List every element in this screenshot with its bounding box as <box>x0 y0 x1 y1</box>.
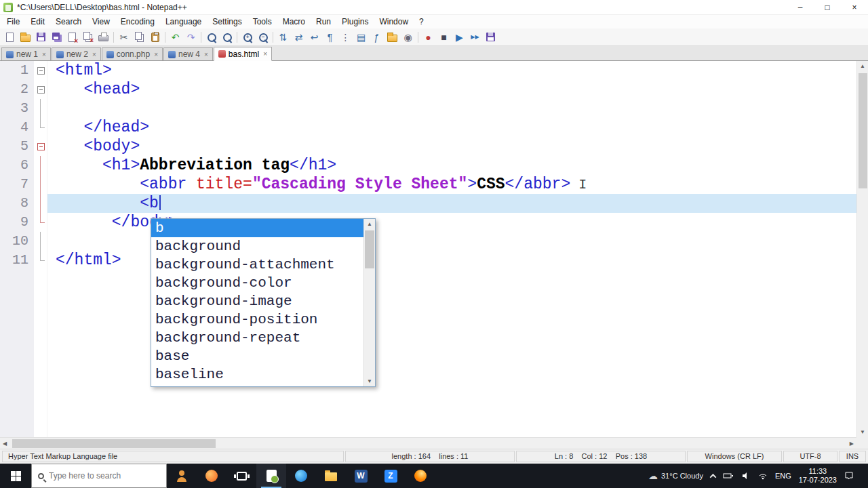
document-map-button[interactable]: ▤ <box>353 29 369 45</box>
tab-close-icon[interactable]: × <box>154 51 158 58</box>
menu-language[interactable]: Language <box>160 16 207 28</box>
autocomplete-item[interactable]: background-repeat <box>151 329 363 347</box>
line-number[interactable]: 10 <box>0 232 28 251</box>
browser-orange-button[interactable] <box>197 464 226 488</box>
tab-conn-php[interactable]: conn.php× <box>102 47 163 60</box>
notepadpp-taskbar-button[interactable] <box>256 464 286 488</box>
clock[interactable]: 11:33 17-07-2023 <box>799 467 837 485</box>
autocomplete-item[interactable]: background-attachment <box>151 256 363 274</box>
new-file-button[interactable] <box>2 29 18 45</box>
encoding-label[interactable]: UTF-8 <box>783 451 837 462</box>
vertical-scrollbar-thumb[interactable] <box>859 73 867 188</box>
tab-new-2[interactable]: new 2× <box>52 47 101 60</box>
sync-horizontal-button[interactable]: ⇄ <box>291 29 307 45</box>
function-list-button[interactable]: ƒ <box>369 29 384 45</box>
code-line-2[interactable]: <head> <box>47 80 868 99</box>
eol-format-label[interactable]: Windows (CR LF) <box>687 451 782 462</box>
autocomplete-popup[interactable]: bbackgroundbackground-attachmentbackgrou… <box>151 218 376 387</box>
word-button[interactable]: W <box>346 464 376 488</box>
indent-guide-button[interactable]: ⋮ <box>338 29 353 45</box>
zoom-out-button[interactable] <box>255 29 271 45</box>
line-number[interactable]: 5 <box>0 137 28 156</box>
tab-close-icon[interactable]: × <box>92 51 96 58</box>
replace-button[interactable] <box>219 29 235 45</box>
line-number[interactable]: 7 <box>0 175 28 194</box>
fold-collapse-icon[interactable] <box>37 143 45 150</box>
autocomplete-item[interactable]: b <box>151 219 363 237</box>
save-macro-button[interactable] <box>483 29 498 45</box>
autocomplete-item[interactable]: background-position <box>151 310 363 329</box>
line-number[interactable]: 1 <box>0 61 28 80</box>
code-line-6[interactable]: <h1>Abbreviation tag</h1> <box>47 156 868 175</box>
code-line-7[interactable]: <abbr title="Cascading Style Sheet">CSS<… <box>47 175 868 194</box>
firefox-button[interactable] <box>406 464 435 488</box>
autocomplete-item[interactable]: base <box>151 347 363 365</box>
edge-button[interactable] <box>286 464 316 488</box>
fold-collapse-icon[interactable] <box>37 86 45 94</box>
paste-button[interactable] <box>147 29 163 45</box>
find-button[interactable] <box>203 29 219 45</box>
menu-settings[interactable]: Settings <box>207 16 247 28</box>
stop-macro-button[interactable]: ■ <box>436 29 452 45</box>
sync-vertical-button[interactable]: ⇅ <box>275 29 291 45</box>
record-macro-button[interactable]: ● <box>420 29 436 45</box>
menu-plugins[interactable]: Plugins <box>336 16 374 28</box>
taskbar-search[interactable] <box>31 464 167 488</box>
code-line-8[interactable]: <b <box>47 194 868 213</box>
titlebar[interactable]: *C:\Users\DELL\Desktop\bas.html - Notepa… <box>0 0 868 15</box>
code-line-5[interactable]: <body> <box>47 137 868 156</box>
menu-help[interactable]: ? <box>414 16 429 28</box>
menu-search[interactable]: Search <box>50 16 87 28</box>
menu-window[interactable]: Window <box>374 16 414 28</box>
autocomplete-item[interactable]: baseline <box>151 365 363 384</box>
cut-button[interactable]: ✂ <box>116 29 132 45</box>
folder-as-workspace-button[interactable] <box>384 29 400 45</box>
people-button[interactable] <box>167 464 197 488</box>
undo-button[interactable]: ↶ <box>167 29 183 45</box>
horizontal-scrollbar[interactable] <box>0 437 856 449</box>
line-number[interactable]: 11 <box>0 251 28 270</box>
autocomplete-item[interactable]: background-image <box>151 292 363 310</box>
line-number[interactable]: 6 <box>0 156 28 175</box>
line-number[interactable]: 4 <box>0 118 28 137</box>
autocomplete-item[interactable]: background <box>151 237 363 256</box>
language-indicator[interactable]: ENG <box>775 472 791 480</box>
save-button[interactable] <box>33 29 49 45</box>
autocomplete-scrollbar-thumb[interactable] <box>365 230 374 268</box>
volume-icon[interactable] <box>741 472 751 480</box>
word-wrap-button[interactable]: ↩ <box>307 29 322 45</box>
run-macro-multiple-button[interactable]: ▶▶ <box>467 29 483 45</box>
network-icon[interactable] <box>758 472 768 480</box>
tab-close-icon[interactable]: × <box>42 51 46 58</box>
tab-close-icon[interactable]: × <box>204 51 208 58</box>
vertical-scrollbar[interactable] <box>856 61 868 437</box>
autocomplete-item[interactable]: background-color <box>151 274 363 292</box>
playback-macro-button[interactable]: ▶ <box>452 29 467 45</box>
code-line-1[interactable]: <html> <box>47 61 868 80</box>
line-number[interactable]: 9 <box>0 213 28 232</box>
close-file-button[interactable] <box>64 29 80 45</box>
print-button[interactable] <box>96 29 111 45</box>
menu-encoding[interactable]: Encoding <box>115 16 160 28</box>
zoom-in-button[interactable] <box>239 29 255 45</box>
battery-icon[interactable] <box>723 472 734 480</box>
close-all-button[interactable] <box>80 29 96 45</box>
line-number[interactable]: 8 <box>0 194 28 213</box>
menu-macro[interactable]: Macro <box>277 16 311 28</box>
zoom-button[interactable]: Z <box>376 464 406 488</box>
line-number[interactable]: 3 <box>0 99 28 118</box>
editor[interactable]: 1234567891011 <html> <head> </head> <bod… <box>0 61 868 449</box>
minimize-button[interactable]: – <box>787 0 814 14</box>
weather-widget[interactable]: ☁ 31°C Cloudy <box>648 470 703 481</box>
menu-run[interactable]: Run <box>311 16 336 28</box>
notification-center-icon[interactable] <box>844 472 854 480</box>
copy-button[interactable] <box>132 29 147 45</box>
file-explorer-button[interactable] <box>316 464 346 488</box>
line-number[interactable]: 2 <box>0 80 28 99</box>
maximize-button[interactable]: □ <box>814 0 841 14</box>
menu-file[interactable]: File <box>1 16 25 28</box>
monitoring-button[interactable]: ◉ <box>400 29 416 45</box>
tab-new-4[interactable]: new 4× <box>163 47 213 60</box>
tab-new-1[interactable]: new 1× <box>1 47 51 60</box>
menu-view[interactable]: View <box>87 16 115 28</box>
